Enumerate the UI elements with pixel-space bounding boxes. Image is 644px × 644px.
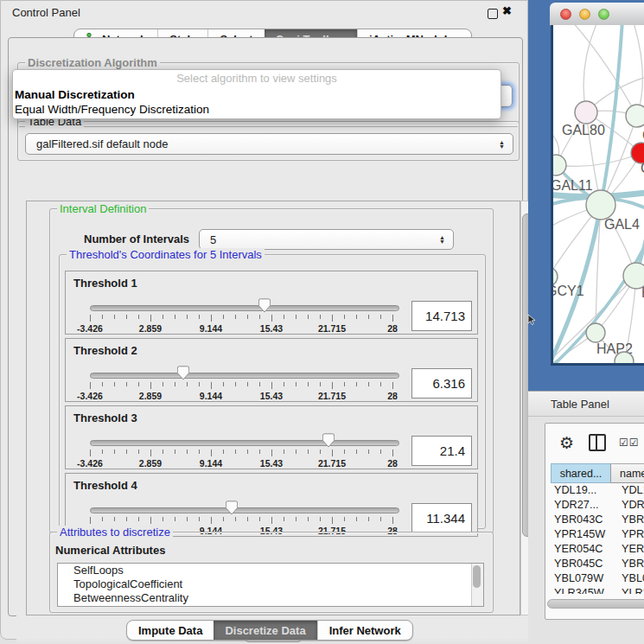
minimize-traffic-light-icon[interactable]: [579, 9, 590, 20]
tick-mark: [90, 517, 91, 524]
numerical-attributes-list[interactable]: SelfLoopsTopologicalCoefficientBetweenne…: [57, 563, 484, 607]
threshold-2-box: Threshold 2-3.4262.8599.14415.4321.71528…: [65, 338, 478, 402]
tick-mark: [90, 382, 91, 389]
tick-mark: [392, 517, 393, 524]
dropdown-option-equal-width[interactable]: Equal Width/Frequency Discretization: [13, 102, 501, 117]
network-edge[interactable]: [633, 25, 642, 116]
slider-thumb[interactable]: [177, 366, 189, 380]
network-node-gal80[interactable]: [575, 101, 597, 124]
cell-name: YDR2: [609, 498, 644, 513]
slider-thumb[interactable]: [322, 433, 335, 448]
slider-thumb[interactable]: [258, 298, 271, 313]
horizontal-scrollbar-thumb[interactable]: [547, 599, 644, 609]
tick-mark: [271, 382, 272, 389]
tick-mark: [368, 517, 369, 521]
tick-mark: [175, 517, 175, 521]
list-item[interactable]: TopologicalCoefficient: [58, 577, 483, 591]
close-traffic-light-icon[interactable]: [560, 9, 571, 20]
table-row[interactable]: YPR145WYPR1: [551, 527, 644, 542]
tick-mark: [223, 517, 224, 521]
tab-discretize-data[interactable]: Discretize Data: [214, 621, 316, 640]
numerical-attributes-label: Numerical Attributes: [55, 544, 165, 557]
table-row[interactable]: YER054CYER0: [551, 542, 644, 557]
network-node-gal4[interactable]: [586, 190, 615, 220]
slider-track[interactable]: [90, 305, 399, 311]
slider-thumb[interactable]: [226, 501, 238, 515]
tick-label: 28: [387, 323, 398, 334]
slider-track[interactable]: [90, 440, 399, 446]
slider-track[interactable]: [90, 373, 399, 379]
tick-mark: [247, 517, 248, 521]
tick-mark: [259, 450, 260, 454]
list-item[interactable]: BetweennessCentrality: [58, 591, 483, 605]
tick-mark: [308, 382, 309, 386]
network-node[interactable]: [626, 105, 644, 127]
table-row[interactable]: YDR27...YDR2: [551, 498, 644, 513]
network-edge-thick[interactable]: [601, 25, 622, 205]
columns-icon[interactable]: [589, 434, 606, 451]
slider-track[interactable]: [90, 507, 399, 513]
tick-label: 21.715: [318, 458, 346, 469]
tick-mark: [284, 382, 284, 386]
tick-mark: [138, 382, 139, 386]
table-row[interactable]: YBR043CYBR0: [551, 513, 644, 527]
tick-mark: [308, 450, 309, 454]
tick-mark: [235, 382, 236, 386]
cell-shared-name: YLR345W: [551, 586, 609, 594]
threshold-label: Threshold 2: [73, 344, 137, 357]
network-window-titlebar[interactable]: [550, 3, 644, 26]
tick-mark: [235, 450, 236, 454]
cell-shared-name: YBR045C: [551, 557, 609, 571]
tab-infer-network[interactable]: Infer Network: [317, 621, 412, 640]
tick-label: 21.715: [318, 391, 346, 401]
threshold-value-field[interactable]: 6.316: [411, 368, 472, 399]
tick-mark: [392, 382, 393, 389]
tab-impute-data[interactable]: Impute Data: [127, 621, 214, 640]
threshold-value-field[interactable]: 14.713: [411, 301, 472, 331]
tick-mark: [126, 517, 127, 521]
list-scrollbar[interactable]: [471, 564, 483, 606]
cell-shared-name: YPR145W: [551, 527, 609, 542]
tick-label: 21.715: [318, 323, 346, 334]
table-row[interactable]: YLR345WYLR3: [551, 586, 644, 594]
tick-label: 2.859: [139, 458, 162, 469]
table-data-combobox[interactable]: galFiltered.sif default node ▲▼: [25, 133, 513, 155]
tick-mark: [296, 450, 296, 454]
float-window-icon[interactable]: [488, 9, 498, 19]
tick-mark: [356, 450, 357, 454]
tick-mark: [102, 450, 103, 454]
table-row[interactable]: YDL19...YDL1: [551, 483, 644, 498]
network-edge[interactable]: [556, 153, 641, 166]
gear-icon[interactable]: ⚙: [559, 433, 574, 453]
threshold-label: Threshold 3: [73, 411, 137, 424]
number-of-intervals-combobox[interactable]: 5▲▼: [199, 229, 454, 250]
threshold-value-field[interactable]: 21.4: [411, 436, 472, 466]
tick-label: 9.144: [200, 323, 222, 334]
tick-mark: [308, 315, 309, 319]
threshold-value-field[interactable]: 11.344: [411, 503, 472, 533]
column-header-shared-name[interactable]: shared...: [551, 463, 611, 483]
tick-mark: [138, 315, 139, 319]
tick-mark: [223, 315, 224, 319]
tick-mark: [380, 450, 381, 454]
zoom-traffic-light-icon[interactable]: [598, 9, 609, 20]
dropdown-option-manual[interactable]: Manual Discretization: [13, 87, 501, 102]
tick-label: 15.43: [260, 391, 283, 401]
checkbox-pair-icon[interactable]: ☑☑: [619, 437, 640, 449]
table-row[interactable]: YBL079WYBL0: [551, 571, 644, 586]
table-row[interactable]: YBR045CYBR0: [551, 557, 644, 571]
column-header-name[interactable]: name: [611, 463, 644, 483]
tick-mark: [223, 382, 224, 386]
threshold-3-box: Threshold 3-3.4262.8599.14415.4321.71528…: [65, 405, 478, 469]
algorithm-dropdown-popup: Select algorithm to view settings Manual…: [12, 69, 501, 119]
list-scrollbar-thumb[interactable]: [473, 565, 481, 588]
tick-mark: [163, 382, 163, 386]
application-root: Control Panel ✖ NetworkStyleSelectCyni T…: [0, 0, 644, 644]
mouse-cursor: [527, 314, 536, 326]
list-item[interactable]: SelfLoops: [58, 564, 483, 577]
tick-mark: [163, 315, 163, 319]
network-canvas[interactable]: GAL80GAL11GAL4GCY1HHAP2G.C: [551, 25, 644, 363]
network-node-hap2[interactable]: [586, 323, 605, 342]
close-icon[interactable]: ✖: [502, 4, 512, 17]
node-table-card: ⚙ ☑☑ shared... name YDL19...YDL1YDR27...…: [545, 423, 644, 620]
